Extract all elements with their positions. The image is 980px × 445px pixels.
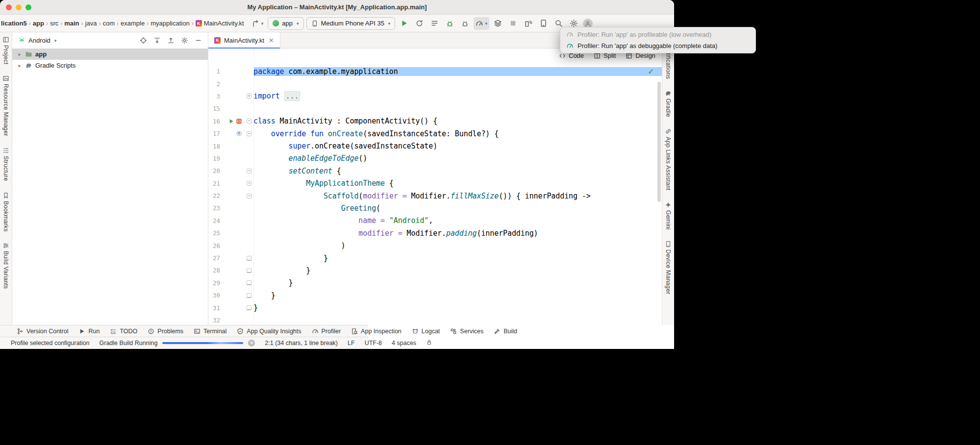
fold-toggle-icon[interactable]: −: [247, 131, 251, 136]
breadcrumb-item-src[interactable]: src: [50, 20, 58, 27]
tool-window-button-terminal[interactable]: Terminal: [194, 328, 226, 335]
tree-node-gradle-scripts[interactable]: ▸Gradle Scripts: [12, 60, 208, 71]
run-tasks-button[interactable]: [428, 17, 441, 30]
tool-window-button-app-quality-insights[interactable]: App Quality Insights: [237, 328, 301, 335]
line-ending-indicator[interactable]: LF: [348, 340, 355, 346]
caret-position[interactable]: 2:1 (34 chars, 1 line break): [265, 340, 338, 346]
run-button[interactable]: [398, 17, 410, 30]
project-view-selector[interactable]: Android: [28, 37, 50, 44]
code-line[interactable]: 19 enableEdgeToEdge(): [208, 152, 662, 165]
code-line[interactable]: 30 }: [208, 289, 662, 301]
close-tab-icon[interactable]: ✕: [269, 37, 274, 44]
tool-window-button-app-links-assistant[interactable]: App Links Assistant: [665, 128, 672, 191]
breadcrumb-item-main[interactable]: main: [64, 20, 79, 27]
expand-all-icon[interactable]: [153, 37, 161, 44]
breadcrumb-item-com[interactable]: com: [102, 20, 115, 27]
breadcrumb-item-app[interactable]: app: [33, 20, 44, 27]
tool-window-button-gradle[interactable]: Gradle: [665, 90, 672, 117]
code-line[interactable]: 2: [208, 77, 662, 90]
code-line[interactable]: 1package com.example.myapplication: [208, 65, 662, 77]
fold-toggle-icon[interactable]: −: [247, 194, 251, 198]
code-line[interactable]: 17− override fun onCreate(savedInstanceS…: [208, 127, 662, 140]
tree-node-app[interactable]: ▸app: [12, 49, 208, 60]
tool-window-button-gemini[interactable]: Gemini: [665, 201, 672, 230]
run-configuration-select[interactable]: app ▾: [268, 17, 303, 30]
code-line[interactable]: 20− setContent {: [208, 165, 662, 177]
code-editor[interactable]: 1package com.example.myapplication23+imp…: [208, 49, 662, 325]
fold-end-icon[interactable]: [247, 280, 251, 285]
inspections-ok-icon[interactable]: ✓: [648, 67, 654, 76]
device-select[interactable]: Medium Phone API 35 ▾: [306, 17, 396, 30]
tool-window-button-project[interactable]: Project: [2, 36, 9, 64]
fold-toggle-icon[interactable]: −: [247, 181, 251, 186]
close-window-button[interactable]: [6, 4, 12, 10]
zoom-window-button[interactable]: [25, 4, 31, 10]
code-line[interactable]: 25 modifier = Modifier.padding(innerPadd…: [208, 227, 662, 239]
fold-end-icon[interactable]: [247, 268, 251, 273]
override-gutter-icon[interactable]: [236, 130, 242, 137]
profiler-menu-item[interactable]: Profiler: Run 'app' as profileable (low …: [560, 29, 755, 40]
expand-chevron-icon[interactable]: ▸: [17, 63, 22, 68]
minimize-window-button[interactable]: [16, 4, 22, 10]
editor-scrollbar-thumb[interactable]: [657, 82, 661, 202]
code-line[interactable]: 27 }: [208, 252, 662, 264]
readonly-toggle[interactable]: [426, 339, 432, 347]
tool-window-button-logcat[interactable]: Logcat: [412, 328, 440, 335]
fold-toggle-icon[interactable]: +: [247, 94, 251, 99]
hide-panel-icon[interactable]: [195, 37, 202, 44]
tool-window-button-services[interactable]: Services: [450, 328, 483, 335]
locate-file-icon[interactable]: [140, 37, 147, 44]
tool-window-button-todo[interactable]: TODO: [110, 328, 137, 335]
encoding-indicator[interactable]: UTF-8: [365, 340, 382, 346]
expand-chevron-icon[interactable]: ▸: [17, 51, 22, 57]
fold-end-icon[interactable]: [247, 256, 251, 261]
cancel-build-button[interactable]: ✕: [248, 340, 255, 346]
collapse-all-icon[interactable]: [167, 37, 175, 44]
gear-icon[interactable]: [181, 37, 188, 44]
indent-indicator[interactable]: 4 spaces: [392, 340, 416, 346]
tool-window-button-run[interactable]: Run: [78, 328, 100, 335]
tool-window-button-structure[interactable]: Structure: [2, 147, 9, 181]
attach-debugger-button[interactable]: [458, 17, 471, 30]
tool-window-button-build[interactable]: Build: [494, 328, 517, 335]
more-actions-button[interactable]: [492, 17, 504, 30]
profiler-button[interactable]: ▾: [474, 17, 489, 30]
fold-toggle-icon[interactable]: −: [247, 169, 251, 173]
vcs-widget[interactable]: ▾: [250, 20, 266, 27]
device-mirroring-button[interactable]: [522, 17, 535, 30]
code-line[interactable]: 26 ): [208, 239, 662, 251]
tool-window-button-app-inspection[interactable]: App Inspection: [351, 328, 402, 335]
code-line[interactable]: 28 }: [208, 264, 662, 276]
fold-end-icon[interactable]: [247, 305, 251, 310]
code-line[interactable]: 32: [208, 314, 662, 325]
tool-window-button-profiler[interactable]: Profiler: [312, 328, 341, 335]
debug-button[interactable]: [443, 17, 456, 30]
breadcrumb-item-java[interactable]: java: [85, 20, 97, 27]
tool-window-button-version-control[interactable]: Version Control: [17, 328, 68, 335]
code-line[interactable]: 29 }: [208, 277, 662, 289]
device-manager-button[interactable]: [537, 17, 550, 30]
code-line[interactable]: 21− MyApplicationTheme {: [208, 177, 662, 190]
code-line[interactable]: 23 Greeting(: [208, 202, 662, 214]
breadcrumb-item-example[interactable]: example: [121, 20, 145, 27]
compose-gutter-icon[interactable]: [236, 118, 242, 124]
profiler-menu-item[interactable]: Profiler: Run 'app' as debuggable (compl…: [560, 40, 755, 51]
tool-window-button-bookmarks[interactable]: Bookmarks: [2, 192, 9, 232]
code-line[interactable]: 22− Scaffold(modifier = Modifier.fillMax…: [208, 190, 662, 202]
apply-changes-button[interactable]: [413, 17, 426, 30]
fold-end-icon[interactable]: [247, 293, 251, 298]
run-gutter-icon[interactable]: [228, 118, 234, 124]
tool-window-button-resource-manager[interactable]: Resource Manager: [2, 75, 9, 136]
code-line[interactable]: 15: [208, 102, 662, 115]
fold-toggle-icon[interactable]: −: [247, 119, 251, 124]
editor-tab[interactable]: K MainActivity.kt ✕: [208, 32, 280, 48]
stop-button[interactable]: [507, 17, 520, 30]
code-line[interactable]: 24 name = "Android",: [208, 215, 662, 227]
code-line[interactable]: 18 super.onCreate(savedInstanceState): [208, 140, 662, 152]
breadcrumb-item-lication5[interactable]: lication5: [1, 20, 27, 27]
breadcrumb-item-myapplication[interactable]: myapplication: [151, 20, 190, 27]
code-line[interactable]: 3+import ...: [208, 90, 662, 102]
tool-window-button-device-manager[interactable]: Device Manager: [665, 241, 672, 295]
code-line[interactable]: 16−class MainActivity : ComponentActivit…: [208, 115, 662, 127]
code-line[interactable]: 31}: [208, 301, 662, 314]
